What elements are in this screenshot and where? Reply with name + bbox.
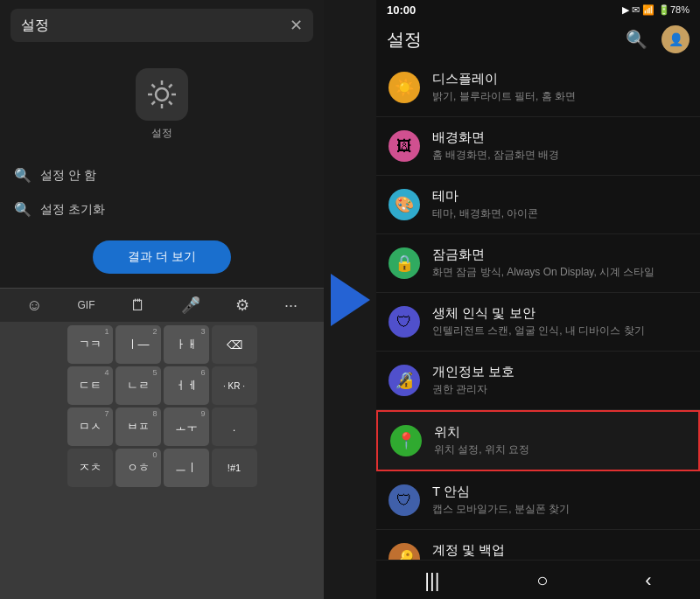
settings-item-title: 배경화면 [432,129,559,146]
settings-item-subtitle: 테마, 배경화면, 아이콘 [432,206,538,221]
key-jc[interactable]: ㅈㅊ [67,449,113,487]
notification-icons: ▶ ✉ 📶 [622,4,654,16]
settings-item-title: 테마 [432,188,538,205]
key-bp[interactable]: 8ㅂㅍ [116,407,161,446]
svg-line-7 [169,85,172,88]
settings-icon: 🔒 [388,247,420,279]
key-row-4: ㅈㅊ 0ㅇㅎ ㅡㅣ !#1 [3,449,321,487]
settings-list: ☀️디스플레이밝기, 블루라이트 필터, 홈 화면🖼배경화면홈 배경화면, 잠금… [376,59,700,560]
top-bar: 설정 🔍 👤 [376,20,700,59]
settings-item[interactable]: 🛡T 안심캡스 모바일가드, 분실폰 찾기 [376,471,700,530]
key-row-1: 1ㄱㅋ 2ㅣ— 3ㅏㅐ ⌫ [3,325,321,364]
top-bar-icons: 🔍 👤 [626,25,690,53]
more-kb-icon[interactable]: ··· [284,296,298,315]
app-icon-label: 설정 [151,126,172,141]
nav-back-icon[interactable]: ‹ [645,569,651,592]
key-line[interactable]: 2ㅣ— [116,325,161,364]
settings-app-icon[interactable] [136,68,188,121]
keyboard-area: ☺ GIF 🗒 🎤 ⚙ ··· 1ㄱㅋ 2ㅣ— 3ㅏㅐ ⌫ 4ㄷㅌ 5ㄴㄹ 6ㅓ… [0,288,324,599]
settings-item-title: 디스플레이 [432,71,576,87]
nav-recent-icon[interactable]: ||| [424,569,439,592]
settings-item-text: 디스플레이밝기, 블루라이트 필터, 홈 화면 [432,71,576,104]
settings-item[interactable]: 🔑계정 및 백업삼성 클라우드, Smart Switch [376,530,700,560]
backspace-key[interactable]: ⌫ [212,325,257,364]
bottom-nav: ||| ○ ‹ [376,560,700,599]
settings-icon: 📍 [390,425,422,456]
avatar[interactable]: 👤 [662,25,690,53]
settings-item-title: 계정 및 백업 [432,542,566,559]
clipboard-icon[interactable]: 🗒 [130,296,146,315]
more-results-button[interactable]: 결과 더 보기 [93,240,231,274]
settings-icon: 🔑 [388,543,420,560]
settings-item-text: T 안심캡스 모바일가드, 분실폰 찾기 [432,484,570,517]
search-icon-1: 🔍 [14,167,32,184]
more-btn-area: 결과 더 보기 [0,240,324,274]
page-title: 설정 [387,28,422,52]
settings-item-subtitle: 인텔리전트 스캔, 얼굴 인식, 내 디바이스 찾기 [432,324,645,338]
key-dt[interactable]: 4ㄷㅌ [67,366,113,405]
key-row-2: 4ㄷㅌ 5ㄴㄹ 6ㅓㅔ · KR · [3,366,321,405]
settings-item[interactable]: 🛡생체 인식 및 보안인텔리전트 스캔, 얼굴 인식, 내 디바이스 찾기 [376,293,700,352]
settings-kb-icon[interactable]: ⚙ [235,296,249,315]
close-icon[interactable]: ✕ [290,16,303,35]
settings-item[interactable]: ☀️디스플레이밝기, 블루라이트 필터, 홈 화면 [376,59,700,117]
app-icon-area: 설정 [0,51,324,150]
key-ms[interactable]: 7ㅁㅅ [67,407,113,446]
suggestion-text-2: 설정 초기화 [40,202,105,218]
settings-item-subtitle: 캡스 모바일가드, 분실폰 찾기 [432,502,570,517]
settings-item-text: 위치위치 설정, 위치 요정 [434,424,529,457]
keyboard-rows: 1ㄱㅋ 2ㅣ— 3ㅏㅐ ⌫ 4ㄷㅌ 5ㄴㄹ 6ㅓㅔ · KR · 7ㅁㅅ 8ㅂㅍ… [0,322,324,599]
left-panel: 설정 ✕ 설정 🔍 설정 안 [0,0,324,599]
gif-icon[interactable]: GIF [78,299,95,311]
status-bar: 10:00 ▶ ✉ 📶 🔋78% [376,0,700,20]
mic-icon[interactable]: 🎤 [181,296,200,315]
suggestion-item-2[interactable]: 🔍 설정 초기화 [0,192,324,226]
key-gk[interactable]: 1ㄱㅋ [67,325,113,364]
arrow-right-icon [331,274,370,326]
space-key[interactable]: · KR · [212,366,257,405]
settings-item[interactable]: 🖼배경화면홈 배경화면, 잠금화면 배경 [376,117,700,176]
settings-item-text: 개인정보 보호권한 관리자 [432,364,514,397]
settings-item-subtitle: 홈 배경화면, 잠금화면 배경 [432,148,559,163]
settings-item-title: 위치 [434,424,529,441]
search-icon[interactable]: 🔍 [626,29,648,50]
settings-item-text: 잠금화면화면 잠금 방식, Always On Display, 시계 스타일 [432,247,654,280]
settings-item[interactable]: 📍위치위치 설정, 위치 요정 [376,410,700,471]
settings-item-title: 잠금화면 [432,247,654,263]
key-aa[interactable]: 3ㅏㅐ [164,325,209,364]
emoji-icon[interactable]: ☺ [26,296,42,315]
settings-icon: 🛡 [388,484,420,516]
status-time: 10:00 [387,3,416,17]
keyboard-toolbar: ☺ GIF 🗒 🎤 ⚙ ··· [0,288,324,322]
symbol-key[interactable]: !#1 [212,449,257,487]
settings-icon: 🔏 [388,365,420,396]
settings-item-title: 생체 인식 및 보안 [432,305,645,322]
search-input-text: 설정 [21,17,290,35]
settings-item-title: T 안심 [432,484,570,500]
settings-item-title: 개인정보 보호 [432,364,514,380]
settings-icon: 🛡 [388,306,420,338]
settings-item[interactable]: 🎨테마테마, 배경화면, 아이콘 [376,176,700,234]
key-eu[interactable]: ㅡㅣ [164,449,209,487]
dot-key[interactable]: . [212,407,257,446]
navigation-arrow [324,0,376,599]
nav-home-icon[interactable]: ○ [536,569,548,592]
settings-item-text: 배경화면홈 배경화면, 잠금화면 배경 [432,129,559,163]
key-oh[interactable]: 0ㅇㅎ [116,449,161,487]
settings-item[interactable]: 🔒잠금화면화면 잠금 방식, Always On Display, 시계 스타일 [376,234,700,293]
settings-icon: ☀️ [388,72,420,103]
settings-item[interactable]: 🔏개인정보 보호권한 관리자 [376,352,700,410]
settings-item-text: 테마테마, 배경화면, 아이콘 [432,188,538,221]
svg-point-0 [156,88,168,101]
key-ou[interactable]: 9ㅗㅜ [164,407,209,446]
settings-item-subtitle: 밝기, 블루라이트 필터, 홈 화면 [432,89,576,104]
status-icons: ▶ ✉ 📶 🔋78% [622,4,690,16]
svg-line-6 [169,101,172,105]
suggestion-text-1: 설정 안 함 [40,168,96,184]
search-bar[interactable]: 설정 ✕ [10,9,313,42]
settings-icon: 🖼 [388,130,420,162]
key-ee[interactable]: 6ㅓㅔ [164,366,209,405]
key-nr[interactable]: 5ㄴㄹ [116,366,161,405]
search-icon-2: 🔍 [14,201,32,218]
suggestion-item-1[interactable]: 🔍 설정 안 함 [0,158,324,192]
